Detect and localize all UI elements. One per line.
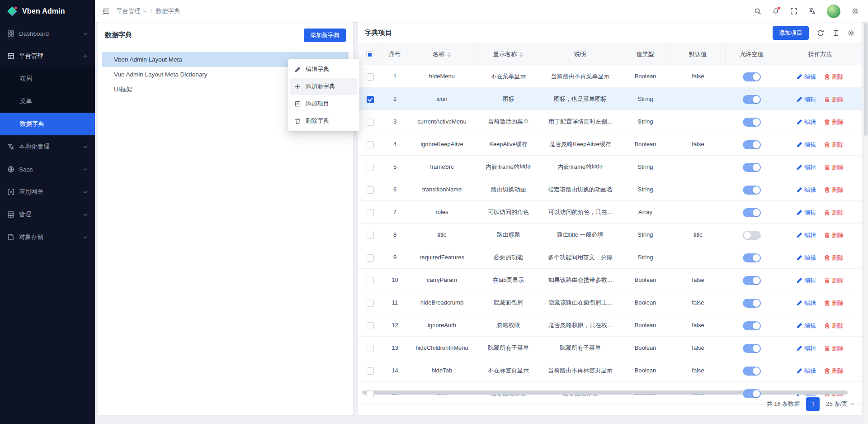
row-checkbox[interactable] xyxy=(367,367,374,375)
delete-button[interactable]: 删除 xyxy=(824,224,844,246)
row-checkbox[interactable] xyxy=(367,119,374,126)
edit-button[interactable]: 编辑 xyxy=(797,360,816,381)
logo[interactable]: Vben Admin xyxy=(0,0,95,22)
gear-icon[interactable] xyxy=(848,29,855,37)
nullable-toggle[interactable] xyxy=(743,389,761,398)
column-height-icon[interactable] xyxy=(832,29,840,37)
nullable-toggle[interactable] xyxy=(743,72,761,81)
nullable-toggle[interactable] xyxy=(743,299,761,308)
row-checkbox[interactable] xyxy=(367,300,374,307)
sort-icons[interactable] xyxy=(447,52,451,57)
nullable-toggle[interactable] xyxy=(743,321,761,330)
edit-button[interactable]: 编辑 xyxy=(797,88,816,110)
nullable-toggle[interactable] xyxy=(743,253,761,262)
delete-button[interactable]: 删除 xyxy=(824,133,844,155)
delete-button[interactable]: 删除 xyxy=(824,337,844,359)
nullable-toggle[interactable] xyxy=(743,208,761,217)
vertical-scrollbar-thumb[interactable] xyxy=(864,23,868,136)
edit-button[interactable]: 编辑 xyxy=(797,247,816,268)
breadcrumb-item-platform[interactable]: 平台管理 xyxy=(116,7,147,15)
sidebar-item-saas[interactable]: Saas xyxy=(0,158,95,181)
edit-button[interactable]: 编辑 xyxy=(797,201,816,223)
delete-button[interactable]: 删除 xyxy=(824,201,844,223)
search-icon[interactable] xyxy=(754,8,761,15)
nullable-toggle[interactable] xyxy=(743,367,761,376)
sidebar-item-platform-management[interactable]: 平台管理 xyxy=(0,45,95,67)
edit-button[interactable]: 编辑 xyxy=(797,66,816,87)
nullable-toggle[interactable] xyxy=(743,276,761,285)
row-checkbox[interactable] xyxy=(367,232,374,239)
delete-button[interactable]: 删除 xyxy=(824,66,844,87)
nullable-toggle[interactable] xyxy=(743,140,761,149)
column-header-display-name[interactable]: 显示名称 xyxy=(476,44,540,65)
sidebar-item-dashboard[interactable]: Dashboard xyxy=(0,22,95,45)
row-checkbox[interactable] xyxy=(367,390,374,397)
row-checkbox[interactable] xyxy=(367,345,374,352)
breadcrumb-item-data-dictionary[interactable]: 数据字典 xyxy=(156,7,180,15)
nullable-toggle[interactable] xyxy=(743,344,761,353)
sidebar-item-localization[interactable]: 本地化管理 xyxy=(0,135,95,158)
nullable-toggle[interactable] xyxy=(743,231,761,240)
delete-button[interactable]: 删除 xyxy=(824,88,844,110)
add-item-button[interactable]: 添加项目 xyxy=(773,26,809,40)
nullable-toggle[interactable] xyxy=(743,186,761,195)
edit-button[interactable]: 编辑 xyxy=(797,292,816,314)
row-checkbox[interactable] xyxy=(367,254,374,262)
sidebar-item-object-storage[interactable]: 对象存储 xyxy=(0,226,95,248)
delete-button[interactable]: 删除 xyxy=(824,179,844,200)
edit-button[interactable]: 编辑 xyxy=(797,156,816,178)
delete-button[interactable]: 删除 xyxy=(824,360,844,381)
delete-button[interactable]: 删除 xyxy=(824,292,844,314)
row-checkbox[interactable] xyxy=(367,73,374,81)
fullscreen-icon[interactable] xyxy=(790,8,797,15)
bell-icon[interactable] xyxy=(772,8,779,15)
sidebar-item-management[interactable]: 管理 xyxy=(0,203,95,226)
avatar[interactable] xyxy=(827,5,840,18)
pagination-page-1[interactable]: 1 xyxy=(806,397,820,411)
context-menu-delete-dictionary[interactable]: 删除字典 xyxy=(290,112,358,129)
row-checkbox[interactable] xyxy=(367,209,374,216)
row-checkbox[interactable] xyxy=(367,322,374,329)
sidebar-item-layout[interactable]: 布局 xyxy=(0,67,95,90)
edit-button[interactable]: 编辑 xyxy=(797,314,816,336)
page-size-select[interactable]: 25 条/页 xyxy=(826,400,855,408)
delete-button[interactable]: 删除 xyxy=(824,314,844,336)
add-dictionary-button[interactable]: 添加新字典 xyxy=(304,29,346,42)
delete-button[interactable]: 删除 xyxy=(824,247,844,268)
vertical-scrollbar[interactable] xyxy=(863,22,868,424)
sidebar-item-data-dictionary[interactable]: 数据字典 xyxy=(0,113,95,135)
select-all-checkbox[interactable] xyxy=(366,51,373,58)
sidebar-item-menu[interactable]: 菜单 xyxy=(0,90,95,113)
horizontal-scrollbar-thumb[interactable] xyxy=(362,391,848,395)
sidebar-item-gateway[interactable]: 应用网关 xyxy=(0,181,95,203)
refresh-icon[interactable] xyxy=(817,29,824,37)
nullable-toggle[interactable] xyxy=(743,118,761,127)
context-menu-edit-dictionary[interactable]: 编辑字典 xyxy=(290,61,358,78)
row-checkbox[interactable] xyxy=(367,186,374,194)
nullable-toggle[interactable] xyxy=(743,95,761,104)
nullable-toggle[interactable] xyxy=(743,163,761,172)
edit-button[interactable]: 编辑 xyxy=(797,337,816,359)
edit-button[interactable]: 编辑 xyxy=(797,224,816,246)
cell-no: 7 xyxy=(382,201,407,223)
edit-button[interactable]: 编辑 xyxy=(797,111,816,133)
horizontal-scrollbar[interactable] xyxy=(362,391,858,395)
cell-actions: 编辑 删除 xyxy=(778,201,862,223)
row-checkbox[interactable] xyxy=(367,141,374,148)
edit-button[interactable]: 编辑 xyxy=(797,133,816,155)
edit-button[interactable]: 编辑 xyxy=(797,179,816,200)
context-menu-add-dictionary[interactable]: 添加新字典 xyxy=(290,78,358,95)
row-checkbox[interactable] xyxy=(367,277,374,284)
translate-icon[interactable] xyxy=(808,7,816,15)
menu-fold-icon[interactable] xyxy=(102,7,110,15)
column-header-name[interactable]: 名称 xyxy=(407,44,476,65)
settings-gear-icon[interactable] xyxy=(851,7,859,15)
delete-button[interactable]: 删除 xyxy=(824,156,844,178)
row-checkbox[interactable] xyxy=(367,164,374,171)
row-checkbox[interactable] xyxy=(367,96,374,103)
delete-button[interactable]: 删除 xyxy=(824,269,844,291)
delete-button[interactable]: 删除 xyxy=(824,111,844,133)
sort-icons[interactable] xyxy=(519,52,523,57)
edit-button[interactable]: 编辑 xyxy=(797,269,816,291)
context-menu-add-item[interactable]: 添加项目 xyxy=(290,95,358,112)
